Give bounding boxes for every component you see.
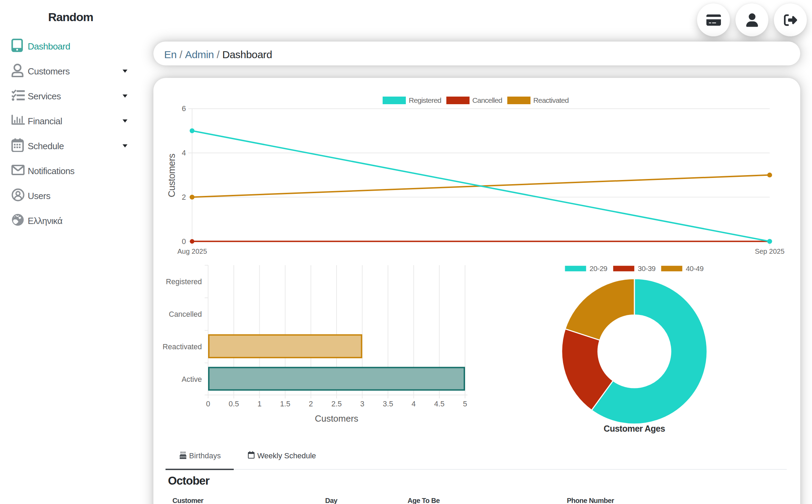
svg-text:5: 5 (463, 400, 467, 408)
svg-text:1.5: 1.5 (280, 400, 291, 408)
svg-text:Registered: Registered (166, 278, 202, 286)
svg-text:0.5: 0.5 (229, 400, 239, 408)
svg-text:Sep 2025: Sep 2025 (755, 248, 785, 255)
svg-text:4.5: 4.5 (434, 400, 445, 408)
svg-text:Reactivated: Reactivated (162, 343, 202, 351)
svg-text:2: 2 (182, 193, 186, 201)
svg-text:Registered: Registered (409, 96, 441, 104)
svg-text:Customers: Customers (167, 154, 177, 197)
svg-text:2.5: 2.5 (331, 400, 342, 408)
svg-text:Customer Ages: Customer Ages (604, 424, 665, 433)
svg-text:1: 1 (257, 400, 261, 408)
svg-text:Aug 2025: Aug 2025 (177, 248, 207, 255)
svg-text:40-49: 40-49 (686, 264, 703, 272)
svg-text:4: 4 (412, 400, 416, 408)
svg-text:30-39: 30-39 (638, 264, 655, 272)
svg-text:0: 0 (206, 400, 210, 408)
svg-text:6: 6 (182, 105, 186, 113)
svg-text:3.5: 3.5 (383, 400, 393, 408)
svg-text:3: 3 (360, 400, 364, 408)
svg-text:0: 0 (182, 237, 186, 246)
svg-text:Cancelled: Cancelled (472, 96, 502, 104)
svg-text:Cancelled: Cancelled (169, 310, 202, 318)
svg-text:4: 4 (182, 149, 186, 157)
svg-text:20-29: 20-29 (590, 264, 607, 272)
svg-text:Reactivated: Reactivated (533, 96, 569, 104)
svg-text:2: 2 (309, 400, 313, 408)
svg-text:Active: Active (181, 375, 202, 384)
svg-text:Customers: Customers (315, 413, 358, 424)
